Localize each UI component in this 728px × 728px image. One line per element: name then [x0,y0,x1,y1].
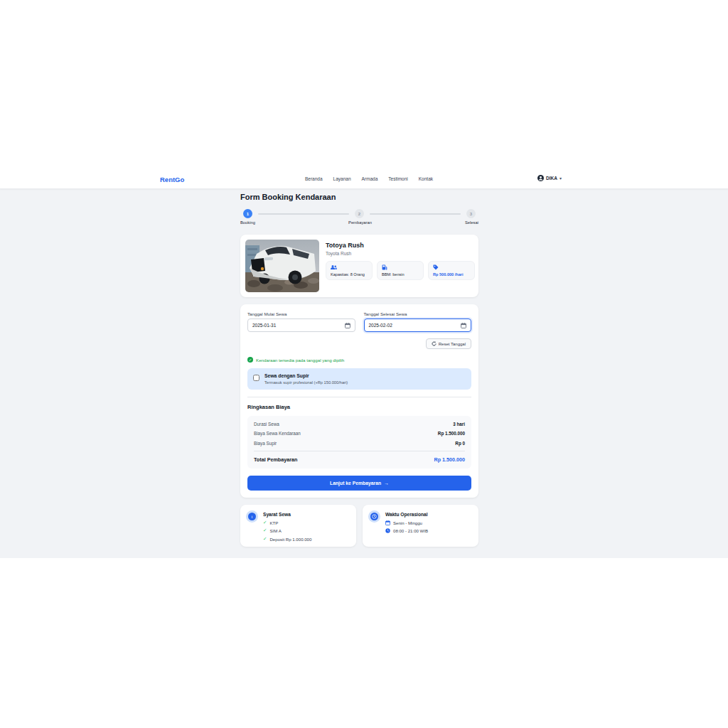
brand-logo[interactable]: RentGo [160,176,184,183]
step-3-circle: 3 [466,209,476,218]
summary-row-value: 3 hari [453,422,465,427]
user-menu[interactable]: DIKA ▾ [537,175,562,181]
spec-fuel-label: BBM: bensin [382,272,419,277]
hours-days-text: Senin - Minggu [393,520,422,525]
check-icon: ✓ [263,537,267,542]
section-divider [247,397,471,397]
summary-box: Durasi Sewa 3 hari Biaya Sewa Kendaraan … [247,416,471,469]
fuel-icon [382,264,419,270]
spec-chip-fuel: BBM: bensin [377,261,424,280]
step-2-circle: 2 [355,209,364,218]
step-connector [258,213,349,215]
operational-hours-card: Waktu Operasional Senin - Minggu 08:00 -… [363,505,478,547]
check-icon: ✓ [263,520,267,525]
spec-capacity-label: Kapasitas: 8 Orang [331,272,368,277]
availability-message: ✓ Kendaraan tersedia pada tanggal yang d… [247,357,471,363]
summary-row-label: Biaya Supir [254,441,277,446]
driver-option-subtitle: Termasuk supir profesional (+Rp 150.000/… [264,380,348,385]
end-date-label: Tanggal Selesai Sewa [364,311,472,316]
hours-item-days: Senin - Minggu [385,520,428,525]
summary-row-value: Rp 1.500.000 [438,431,465,436]
rental-requirements-card: i Syarat Sewa ✓ KTP ✓ SIM A ✓ Deposit Rp… [240,505,356,547]
nav-links: Beranda Layanan Armada Testimoni Kontak [305,176,433,181]
calendar-icon[interactable] [345,323,350,328]
requirements-content: Syarat Sewa ✓ KTP ✓ SIM A ✓ Deposit Rp 1… [263,510,311,542]
step-1-label: Booking [240,220,255,225]
step-connector [370,213,461,215]
booking-form-card: Tanggal Mulai Sewa 2025-01-31 Tanggal Se… [240,304,478,498]
summary-row-label: Biaya Sewa Kendaraan [254,431,301,436]
hours-content: Waktu Operasional Senin - Minggu 08:00 -… [385,510,428,533]
vehicle-name: Totoya Rush [326,242,475,249]
nav-item-armada[interactable]: Armada [362,176,378,181]
calendar-icon [385,520,390,525]
requirement-text: KTP [269,520,278,525]
summary-total-row: Total Pembayaran Rp 1.500.000 [254,456,465,463]
check-icon: ✓ [263,528,267,533]
requirement-item: ✓ KTP [263,520,311,525]
clock-badge [368,510,380,523]
nav-item-kontak[interactable]: Kontak [419,176,433,181]
page: RentGo Beranda Layanan Armada Testimoni … [0,0,728,728]
summary-title: Ringkasan Biaya [247,404,471,410]
user-name: DIKA [546,176,557,181]
spec-price-label: Rp 500.000 /hari [433,272,470,277]
vehicle-model: Toyota Rush [326,251,475,256]
driver-checkbox[interactable] [253,375,259,381]
vehicle-photo [245,240,319,292]
step-1-circle: 1 [243,209,252,218]
continue-to-payment-button[interactable]: Lanjut ke Pembayaran → [247,476,471,491]
total-label: Total Pembayaran [254,456,297,463]
start-date-field: Tanggal Mulai Sewa 2025-01-31 [247,311,355,332]
reset-icon [432,341,437,346]
availability-text: Kendaraan tersedia pada tanggal yang dip… [256,358,344,363]
hours-title: Waktu Operasional [385,512,428,517]
vehicle-info: Totoya Rush Toyota Rush Kapasitas: 8 Ora… [326,240,475,292]
reset-label: Reset Tanggal [439,342,466,346]
step-2-label: Pembayaran [348,220,372,225]
user-avatar-icon [537,175,544,181]
check-circle-icon: ✓ [247,357,253,363]
start-date-value: 2025-01-31 [252,323,345,328]
spec-chip-price: Rp 500.000 /hari [428,261,475,280]
start-date-label: Tanggal Mulai Sewa [247,311,355,316]
nav-item-layanan[interactable]: Layanan [333,176,351,181]
requirement-text: SIM A [269,528,281,533]
end-date-value: 2025-02-02 [369,323,461,328]
info-badge: i [246,510,258,523]
nav-item-beranda[interactable]: Beranda [305,176,323,181]
reset-dates-button[interactable]: Reset Tanggal [426,338,471,349]
summary-row-duration: Durasi Sewa 3 hari [254,422,465,427]
spec-chip-capacity: Kapasitas: 8 Orang [326,261,373,280]
arrow-right-icon: → [384,481,389,486]
hours-item-time: 08:00 - 21:00 WIB [385,528,428,533]
nav-item-testimoni[interactable]: Testimoni [388,176,407,181]
calendar-icon[interactable] [461,323,466,328]
navbar: RentGo Beranda Layanan Armada Testimoni … [0,171,728,189]
end-date-field: Tanggal Selesai Sewa 2025-02-02 [364,311,472,332]
page-title: Form Booking Kendaraan [240,193,478,201]
requirement-item: ✓ SIM A [263,528,311,533]
vehicle-card: Totoya Rush Toyota Rush Kapasitas: 8 Ora… [240,235,478,297]
requirement-item: ✓ Deposit Rp 1.000.000 [263,537,311,542]
start-date-input[interactable]: 2025-01-31 [247,318,355,332]
booking-stepper: 1 2 3 Booking Pembayaran Selesai [240,209,478,225]
summary-row-vehicle-cost: Biaya Sewa Kendaraan Rp 1.500.000 [254,431,465,436]
summary-row-value: Rp 0 [455,441,465,446]
driver-option-text: Sewa dengan Supir Termasuk supir profesi… [264,373,348,385]
driver-option-title: Sewa dengan Supir [264,373,348,378]
info-icon: i [248,513,256,520]
submit-label: Lanjut ke Pembayaran [330,481,381,486]
price-tag-icon [433,264,470,270]
requirement-text: Deposit Rp 1.000.000 [269,537,311,542]
clock-icon [385,528,390,533]
end-date-input[interactable]: 2025-02-02 [364,318,472,332]
summary-divider [254,451,465,451]
driver-option[interactable]: Sewa dengan Supir Termasuk supir profesi… [247,368,471,390]
clock-icon [370,513,378,520]
total-value: Rp 1.500.000 [434,456,465,463]
summary-row-label: Durasi Sewa [254,422,279,427]
requirements-title: Syarat Sewa [263,512,311,517]
step-3-label: Selesai [465,220,478,225]
capacity-icon [331,264,368,270]
